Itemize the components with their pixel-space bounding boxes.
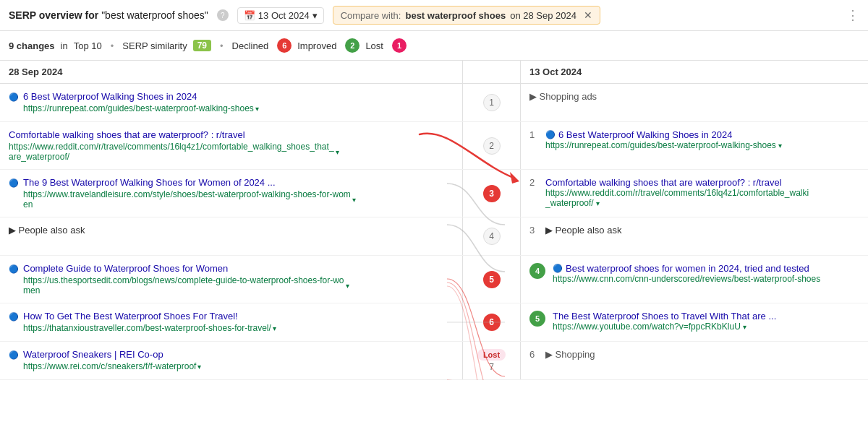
stats-bar: 9 changes in Top 10 • SERP similarity 79… — [0, 31, 868, 61]
page-title: SERP overview for "best waterproof shoes… — [9, 9, 208, 21]
globe-icon: 🔵 — [9, 92, 19, 102]
right-date-header: 13 Oct 2024 — [521, 61, 868, 83]
right-url-2: https://runrepeat.com/guides/best-waterp… — [545, 140, 782, 150]
result-link-2[interactable]: Comfortable walking shoes that are water… — [9, 129, 454, 140]
right-rank-2: 1 🔵 6 Best Waterproof Walking Shoes in 2… — [529, 129, 859, 150]
lost-label: Lost — [365, 40, 383, 51]
url-chevron-3[interactable]: ▾ — [352, 196, 356, 204]
globe-icon-l6: 🔵 — [9, 312, 19, 322]
lost-badge-7: Lost — [477, 349, 506, 361]
globe-icon-r5: 🔵 — [553, 264, 563, 273]
url-chevron-5[interactable]: ▾ — [346, 282, 349, 290]
rank-badge-r5: 4 — [529, 263, 545, 279]
top10-label: Top 10 — [74, 40, 102, 51]
search-keyword: "best waterproof shoes" — [101, 9, 208, 21]
right-result-7: 6 ▶ Shopping — [521, 342, 868, 379]
right-rank-6: 5 The Best Waterproof Shoes to Travel Wi… — [529, 311, 859, 332]
globe-icon-r2: 🔵 — [545, 130, 556, 139]
current-date: 13 Oct 2024 — [258, 10, 310, 21]
help-icon[interactable]: ? — [217, 9, 229, 21]
content-area: 🔵 6 Best Waterproof Walking Shoes in 202… — [0, 84, 868, 380]
changes-label: 9 changes — [9, 40, 55, 51]
right-rank-num-2: 1 — [529, 129, 541, 140]
url-chevron-6[interactable]: ▾ — [273, 324, 276, 332]
rank-badge-2: 2 — [483, 137, 501, 155]
table-row: ▶ People also ask 4 3 ▶ People also ask — [0, 217, 868, 256]
people-ask-right: ▶ People also ask — [545, 225, 621, 236]
lost-badge: 1 — [392, 38, 407, 53]
left-result-1: 🔵 6 Best Waterproof Walking Shoes in 202… — [0, 84, 463, 121]
result-url-5: https://us.thesportsedit.com/blogs/news/… — [23, 275, 349, 296]
compare-date: on 28 Sep 2024 — [510, 10, 576, 21]
rank-badge-r6: 5 — [529, 311, 545, 327]
left-result-5: 🔵 Complete Guide to Waterproof Shoes for… — [0, 256, 463, 303]
similarity-value: 79 — [193, 40, 211, 51]
in-label: in — [61, 40, 68, 51]
url-chevron-7[interactable]: ▾ — [197, 363, 201, 371]
people-ask-left: ▶ People also ask — [9, 225, 454, 236]
globe-icon-l5: 🔵 — [9, 264, 19, 274]
more-options-icon[interactable]: ⋮ — [846, 7, 859, 23]
right-result-3: 2 Comfortable walking shoes that are wat… — [521, 170, 868, 217]
right-rank-num-7: 6 — [529, 349, 541, 360]
similarity-label: SERP similarity — [122, 40, 187, 51]
url-chevron-1[interactable]: ▾ — [255, 105, 259, 113]
right-result-6: 5 The Best Waterproof Shoes to Travel Wi… — [521, 303, 868, 341]
date-selector[interactable]: 📅 13 Oct 2024 ▾ — [237, 7, 324, 24]
close-icon[interactable]: ✕ — [584, 9, 592, 21]
rank-badge-6: 6 — [483, 314, 501, 331]
result-url-2: https://www.reddit.com/r/travel/comments… — [9, 142, 454, 162]
improved-badge: 2 — [345, 38, 359, 53]
result-link-1[interactable]: 6 Best Waterproof Walking Shoes in 2024 — [23, 91, 259, 102]
url-chevron-2[interactable]: ▾ — [336, 148, 339, 156]
dot-separator-2: • — [220, 40, 224, 51]
result-link-3[interactable]: The 9 Best Waterproof Walking Shoes for … — [23, 177, 356, 188]
result-url-3: https://www.travelandleisure.com/style/s… — [23, 189, 356, 210]
left-result-4: ▶ People also ask — [0, 217, 463, 255]
declined-label: Declined — [232, 40, 269, 51]
right-link-6[interactable]: The Best Waterproof Shoes to Travel With… — [553, 311, 776, 322]
left-result-3: 🔵 The 9 Best Waterproof Walking Shoes fo… — [0, 170, 463, 217]
right-rank-7: 6 ▶ Shopping — [529, 349, 859, 360]
right-rank-num-3: 2 — [529, 177, 541, 188]
table-row: 🔵 6 Best Waterproof Walking Shoes in 202… — [0, 84, 868, 122]
result-link-7[interactable]: Waterproof Sneakers | REI Co-op — [23, 349, 201, 360]
result-link-6[interactable]: How To Get The Best Waterproof Shoes For… — [23, 311, 276, 322]
mid-rank-5: 5 — [463, 256, 521, 303]
compare-keyword: best waterproof shoes — [405, 10, 506, 21]
mid-rank-3: 3 — [463, 170, 521, 217]
right-link-5[interactable]: Best waterproof shoes for women in 2024,… — [566, 263, 809, 274]
shopping-label: ▶ Shopping — [545, 349, 595, 360]
mid-rank-4: 4 — [463, 217, 521, 255]
right-result-5: 4 🔵 Best waterproof shoes for women in 2… — [521, 256, 868, 303]
mid-rank-7: Lost 7 — [463, 342, 521, 379]
left-result-6: 🔵 How To Get The Best Waterproof Shoes F… — [0, 303, 463, 341]
right-result-2: 1 🔵 6 Best Waterproof Walking Shoes in 2… — [521, 122, 868, 169]
column-headers: 28 Sep 2024 13 Oct 2024 — [0, 61, 868, 84]
shopping-ads-label: ▶ Shopping ads — [529, 91, 597, 102]
table-row: 🔵 Complete Guide to Waterproof Shoes for… — [0, 256, 868, 303]
dot-separator: • — [111, 40, 114, 51]
compare-label: Compare with: — [341, 10, 401, 21]
right-result-1: ▶ Shopping ads — [521, 84, 868, 121]
rank-badge-5: 5 — [483, 271, 501, 288]
result-link-5[interactable]: Complete Guide to Waterproof Shoes for W… — [23, 263, 349, 274]
right-link-3[interactable]: Comfortable walking shoes that are water… — [545, 177, 782, 188]
result-url-7: https://www.rei.com/c/sneakers/f/f-water… — [23, 361, 201, 371]
right-rank-5: 4 🔵 Best waterproof shoes for women in 2… — [529, 263, 859, 284]
changes-count: 9 changes — [9, 40, 55, 51]
rank-badge-1: 1 — [483, 94, 501, 111]
right-url-6: https://www.youtube.com/watch?v=fppcRKbK… — [553, 322, 776, 332]
compare-badge: Compare with: best waterproof shoes on 2… — [333, 6, 600, 25]
right-rank-3: 2 Comfortable walking shoes that are wat… — [529, 177, 859, 208]
mid-header — [463, 61, 521, 83]
right-link-2[interactable]: 6 Best Waterproof Walking Shoes in 2024 — [558, 129, 732, 140]
table-row: 🔵 Waterproof Sneakers | REI Co-op https:… — [0, 342, 868, 380]
right-rank-4: 3 ▶ People also ask — [529, 225, 859, 236]
right-rank-num-4: 3 — [529, 225, 541, 236]
rank-num-7: 7 — [489, 362, 494, 372]
globe-icon-l7: 🔵 — [9, 350, 19, 360]
right-url-5: https://www.cnn.com/cnn-underscored/revi… — [553, 274, 820, 284]
left-date-header: 28 Sep 2024 — [0, 61, 463, 83]
chevron-r2: ▾ — [778, 142, 782, 150]
